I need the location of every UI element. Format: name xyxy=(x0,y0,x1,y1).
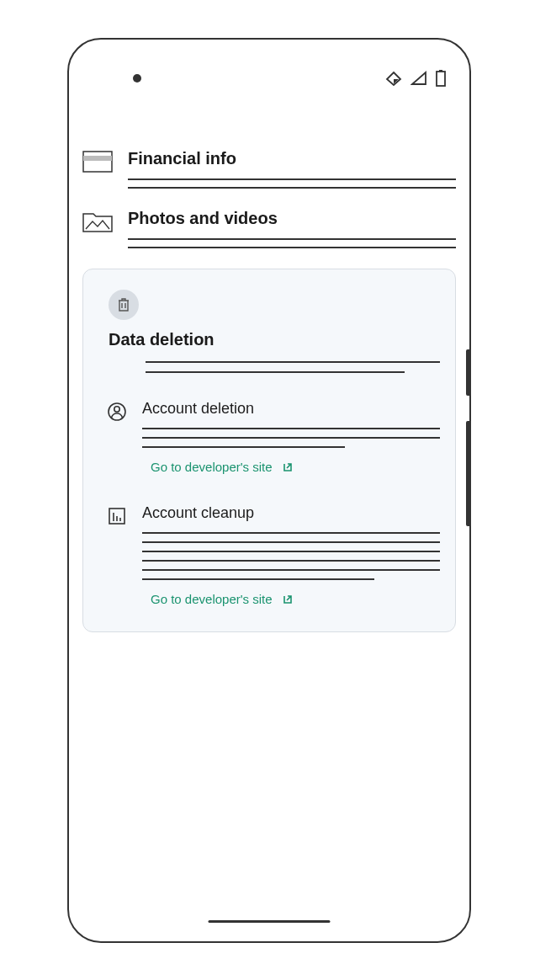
phone-frame: Financial info Photos and videos xyxy=(67,38,471,943)
section-photos-videos[interactable]: Photos and videos xyxy=(82,209,456,248)
link-label: Go to developer's site xyxy=(151,460,273,474)
volume-button xyxy=(466,421,471,526)
svg-rect-0 xyxy=(437,72,445,86)
card-icon xyxy=(82,149,113,174)
svg-rect-1 xyxy=(439,70,442,72)
bar-chart-icon xyxy=(107,506,127,526)
link-label: Go to developer's site xyxy=(151,592,273,606)
developer-site-link[interactable]: Go to developer's site xyxy=(151,460,440,474)
power-button xyxy=(466,349,471,396)
placeholder-lines xyxy=(146,361,440,373)
wifi-icon xyxy=(385,71,402,86)
placeholder-lines xyxy=(142,532,440,580)
placeholder-lines xyxy=(142,428,440,448)
svg-rect-2 xyxy=(83,152,112,172)
developer-site-link[interactable]: Go to developer's site xyxy=(151,592,440,606)
section-financial-info[interactable]: Financial info xyxy=(82,149,456,189)
status-bar xyxy=(69,40,469,90)
person-icon xyxy=(107,402,127,422)
subsection-account-deletion: Account deletion xyxy=(98,400,440,448)
folder-photo-icon xyxy=(82,209,113,234)
svg-point-5 xyxy=(114,407,119,412)
data-deletion-card: Data deletion Account deletion xyxy=(82,269,456,632)
placeholder-lines xyxy=(128,178,456,189)
home-indicator[interactable] xyxy=(209,920,331,923)
external-link-icon xyxy=(281,593,294,605)
subsection-title: Account deletion xyxy=(142,400,440,418)
section-title: Photos and videos xyxy=(128,209,456,228)
placeholder-lines xyxy=(128,238,456,248)
subsection-title: Account cleanup xyxy=(142,504,440,522)
camera-dot xyxy=(133,74,141,83)
svg-rect-3 xyxy=(83,156,112,161)
trash-icon-badge xyxy=(109,290,139,320)
content-area: Financial info Photos and videos xyxy=(69,90,469,632)
battery-icon xyxy=(436,70,446,87)
section-title: Financial info xyxy=(128,149,456,168)
status-icons xyxy=(385,70,446,87)
card-title: Data deletion xyxy=(109,330,440,349)
trash-icon xyxy=(117,297,130,312)
signal-icon xyxy=(411,71,427,86)
subsection-account-cleanup: Account cleanup xyxy=(98,504,440,580)
external-link-icon xyxy=(281,461,294,473)
